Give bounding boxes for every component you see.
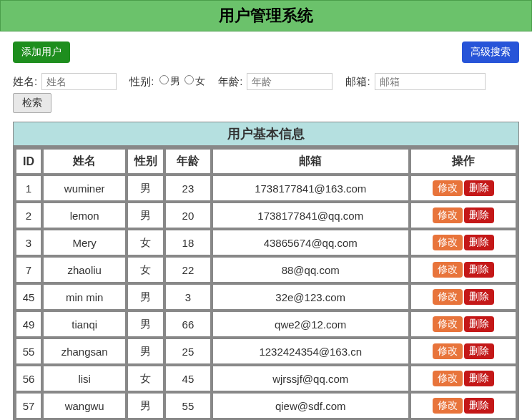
delete-button[interactable]: 删除 [464,398,494,414]
page-header: 用户管理系统 [0,0,532,31]
cell-ops: 修改删除 [410,393,516,419]
table-header-row: ID 姓名 性别 年龄 邮箱 操作 [16,149,516,174]
delete-button[interactable]: 删除 [464,180,494,196]
cell-id: 57 [16,393,41,419]
table-row: 57wangwu男55qiew@sdf.com修改删除 [16,393,516,419]
cell-email: 1738177841@qq.com [212,202,409,228]
cell-name: lisi [43,366,126,391]
th-age: 年龄 [165,149,210,174]
cell-age: 3 [165,284,210,310]
edit-button[interactable]: 修改 [433,262,463,278]
page-title: 用户管理系统 [1,5,531,26]
email-label: 邮箱: [345,75,370,89]
cell-id: 1 [16,175,41,201]
name-input[interactable] [41,73,117,90]
cell-age: 55 [165,393,210,419]
cell-email: 43865674@qq.com [212,230,409,255]
cell-email: 88@qq.com [212,257,409,283]
advanced-search-button[interactable]: 高级搜索 [462,41,519,63]
user-table: 用户基本信息 ID 姓名 性别 年龄 邮箱 操作 1wuminer男231738… [13,122,519,420]
search-button[interactable]: 检索 [13,93,51,113]
cell-ops: 修改删除 [410,284,516,310]
cell-age: 22 [165,257,210,283]
delete-button[interactable]: 删除 [464,371,494,386]
cell-name: tianqi [43,311,126,337]
edit-button[interactable]: 修改 [433,371,463,386]
edit-button[interactable]: 修改 [433,235,463,250]
cell-id: 49 [16,311,41,337]
cell-gender: 女 [127,366,164,391]
th-gender: 性别 [127,149,164,174]
cell-age: 25 [165,338,210,364]
cell-age: 18 [165,230,210,255]
cell-gender: 男 [127,338,164,364]
age-label: 年龄: [218,75,242,89]
cell-ops: 修改删除 [410,230,516,255]
delete-button[interactable]: 删除 [464,289,494,305]
cell-gender: 男 [127,202,164,228]
cell-email: qwe2@12.com [212,311,409,337]
gender-male-radio[interactable] [159,75,169,84]
cell-email: qiew@sdf.com [212,393,409,419]
delete-button[interactable]: 删除 [464,343,494,359]
cell-age: 23 [165,175,210,201]
table-row: 56lisi女45wjrssjf@qq.com修改删除 [16,366,516,391]
edit-button[interactable]: 修改 [433,316,463,332]
delete-button[interactable]: 删除 [464,207,494,223]
gender-female-radio[interactable] [184,75,194,84]
cell-id: 55 [16,338,41,364]
edit-button[interactable]: 修改 [433,207,463,223]
gender-label: 性别: [129,75,154,89]
edit-button[interactable]: 修改 [433,398,463,414]
add-user-button[interactable]: 添加用户 [13,41,70,63]
cell-email: 1232424354@163.cn [212,338,409,364]
age-input[interactable] [247,73,332,90]
toolbar: 添加用户 高级搜索 [0,31,532,69]
cell-id: 7 [16,257,41,283]
table-row: 3Mery女1843865674@qq.com修改删除 [16,230,516,255]
table-row: 49tianqi男66qwe2@12.com修改删除 [16,311,516,337]
cell-ops: 修改删除 [410,311,516,337]
th-name: 姓名 [43,149,126,174]
cell-ops: 修改删除 [410,338,516,364]
cell-gender: 女 [127,230,164,255]
edit-button[interactable]: 修改 [433,343,463,359]
edit-button[interactable]: 修改 [433,180,463,196]
gender-male-text: 男 [170,75,180,87]
cell-name: wuminer [43,175,126,201]
cell-ops: 修改删除 [410,257,516,283]
cell-gender: 男 [127,284,164,310]
cell-gender: 男 [127,175,164,201]
cell-ops: 修改删除 [410,175,516,201]
cell-name: zhaoliu [43,257,126,283]
cell-name: zhangsan [43,338,126,364]
email-input[interactable] [375,73,486,90]
cell-id: 2 [16,202,41,228]
cell-id: 3 [16,230,41,255]
table-row: 45min min男332e@123.com修改删除 [16,284,516,310]
delete-button[interactable]: 删除 [464,316,494,332]
cell-gender: 男 [127,311,164,337]
cell-name: Mery [43,230,126,255]
th-ops: 操作 [410,149,516,174]
cell-age: 20 [165,202,210,228]
th-email: 邮箱 [212,149,409,174]
gender-female-text: 女 [195,75,205,87]
cell-email: 1738177841@163.com [212,175,409,201]
table-row: 1wuminer男231738177841@163.com修改删除 [16,175,516,201]
cell-gender: 男 [127,393,164,419]
table-row: 55zhangsan男251232424354@163.cn修改删除 [16,338,516,364]
gender-group: 男 女 [158,75,205,88]
edit-button[interactable]: 修改 [433,289,463,305]
cell-id: 45 [16,284,41,310]
table-body: 1wuminer男231738177841@163.com修改删除2lemon男… [16,175,516,420]
cell-name: min min [43,284,126,310]
delete-button[interactable]: 删除 [464,235,494,250]
cell-name: wangwu [43,393,126,419]
table-row: 7zhaoliu女2288@qq.com修改删除 [16,257,516,283]
cell-ops: 修改删除 [410,366,516,391]
cell-email: wjrssjf@qq.com [212,366,409,391]
delete-button[interactable]: 删除 [464,262,494,278]
cell-ops: 修改删除 [410,202,516,228]
cell-email: 32e@123.com [212,284,409,310]
